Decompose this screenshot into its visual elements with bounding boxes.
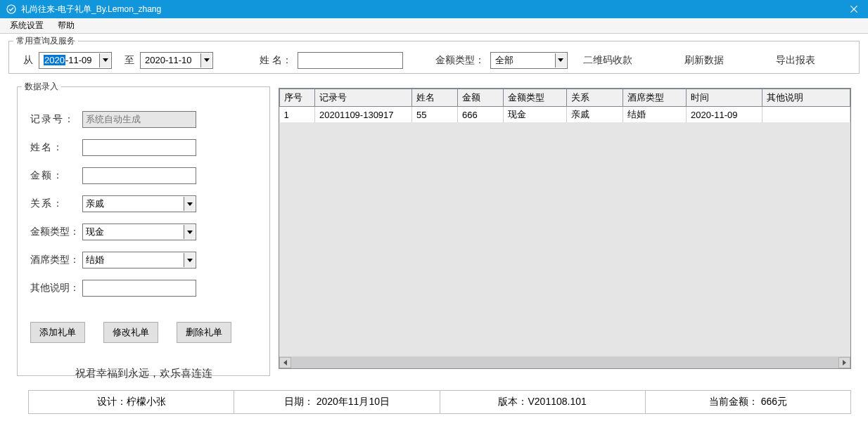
data-entry-legend: 数据录入 [22,81,61,93]
filter-amount-type-value: 全部 [495,54,513,67]
grid-header-banquet-type[interactable]: 酒席类型 [623,89,687,107]
entry-banquet-type-value: 结婚 [86,254,104,266]
close-button[interactable] [840,0,868,18]
grid-header-amount-type[interactable]: 金额类型 [504,89,567,107]
title-bar: 礼尚往来-电子礼单_By.Lemon_zhang [0,0,868,18]
entry-banquet-type-label: 酒席类型： [30,254,82,266]
entry-banquet-type-select[interactable]: 结婚 [82,252,196,268]
grid-header-time[interactable]: 时间 [687,89,762,107]
grid-header-other[interactable]: 其他说明 [762,89,850,107]
menu-bar: 系统设置 帮助 [0,18,868,34]
status-version: 版本：V201108.101 [440,390,646,414]
entry-amount-label: 金额： [30,169,82,182]
date-from-input[interactable]: 2020-11-09 [39,52,112,69]
entry-amount-type-label: 金额类型： [30,226,82,238]
record-no-label: 记录号： [30,113,82,126]
status-bar: 设计：柠檬小张 日期： 2020年11月10日 版本：V201108.101 当… [28,390,851,414]
table-cell [762,107,850,123]
table-cell: 现金 [504,107,567,123]
entry-relation-label: 关系： [30,197,82,210]
status-current-amount: 当前金额： 666元 [646,390,851,414]
grid-header-name[interactable]: 姓名 [412,89,458,107]
filter-amount-type-dropdown-icon[interactable] [555,53,566,67]
to-label: 至 [125,54,134,67]
horizontal-scrollbar[interactable] [279,356,850,368]
status-designer: 设计：柠檬小张 [28,390,234,414]
entry-amount-type-select[interactable]: 现金 [82,224,196,240]
entry-relation-select[interactable]: 亲戚 [82,195,196,212]
date-from-dropdown-icon[interactable] [99,53,110,67]
blessing-text: 祝君幸福到永远，欢乐喜连连 [18,367,269,380]
scroll-left-icon[interactable] [279,357,291,368]
date-from-year-selected: 2020 [44,55,65,65]
entry-amount-type-dropdown-icon[interactable] [184,225,195,239]
entry-name-input[interactable] [82,139,196,156]
grid-header-amount[interactable]: 金额 [458,89,504,107]
from-label: 从 [23,54,33,67]
table-cell: 20201109-130917 [315,107,412,123]
menu-help[interactable]: 帮助 [51,18,82,33]
grid-header-recordno[interactable]: 记录号 [315,89,412,107]
entry-name-label: 姓名： [30,141,82,154]
entry-amount-input[interactable] [82,167,196,184]
entry-banquet-type-dropdown-icon[interactable] [184,253,195,267]
table-cell: 结婚 [623,107,687,123]
filter-amount-type-select[interactable]: 全部 [490,52,568,69]
entry-amount-type-value: 现金 [86,226,104,238]
svg-point-0 [7,5,15,13]
entry-relation-dropdown-icon[interactable] [184,197,195,211]
table-cell: 2020-11-09 [687,107,762,123]
refresh-button[interactable]: 刷新数据 [682,51,727,70]
scrollbar-thumb[interactable] [291,357,838,368]
table-cell: 666 [458,107,504,123]
status-date: 日期： 2020年11月10日 [234,390,440,414]
edit-record-button[interactable]: 修改礼单 [103,322,158,343]
filter-name-label: 姓 名： [260,54,292,67]
filter-group: 常用查询及服务 从 2020-11-09 至 2020-11-10 姓 名： 金… [8,35,860,74]
menu-system-settings[interactable]: 系统设置 [3,18,51,33]
table-cell: 55 [412,107,458,123]
entry-other-desc-label: 其他说明： [30,282,82,294]
export-button[interactable]: 导出报表 [773,51,818,70]
grid-header-seq[interactable]: 序号 [280,89,315,107]
app-icon [6,4,17,15]
filter-amount-type-label: 金额类型： [435,54,485,67]
data-grid[interactable]: 序号 记录号 姓名 金额 金额类型 关系 酒席类型 时间 其他说明 120201… [279,88,851,369]
data-entry-group: 数据录入 记录号： 姓名： 金额： 关系： 亲戚 金额类型： 现金 [17,81,270,376]
qr-collect-button[interactable]: 二维码收款 [580,51,635,70]
delete-record-button[interactable]: 删除礼单 [177,322,231,343]
filter-group-legend: 常用查询及服务 [13,35,78,47]
entry-relation-value: 亲戚 [86,197,104,210]
date-from-rest: -11-09 [65,55,92,65]
entry-other-desc-input[interactable] [82,280,196,297]
date-to-value: 2020-11-10 [145,55,192,65]
window-title: 礼尚往来-电子礼单_By.Lemon_zhang [21,4,862,15]
date-to-dropdown-icon[interactable] [200,53,212,67]
table-cell: 亲戚 [567,107,623,123]
filter-name-input[interactable] [298,52,403,69]
table-row[interactable]: 120201109-13091755666现金亲戚结婚2020-11-09 [280,107,850,123]
grid-header-relation[interactable]: 关系 [567,89,623,107]
table-cell: 1 [280,107,315,123]
add-record-button[interactable]: 添加礼单 [30,322,85,343]
scroll-right-icon[interactable] [838,357,850,368]
date-to-input[interactable]: 2020-11-10 [140,52,213,69]
record-no-input [82,111,196,128]
